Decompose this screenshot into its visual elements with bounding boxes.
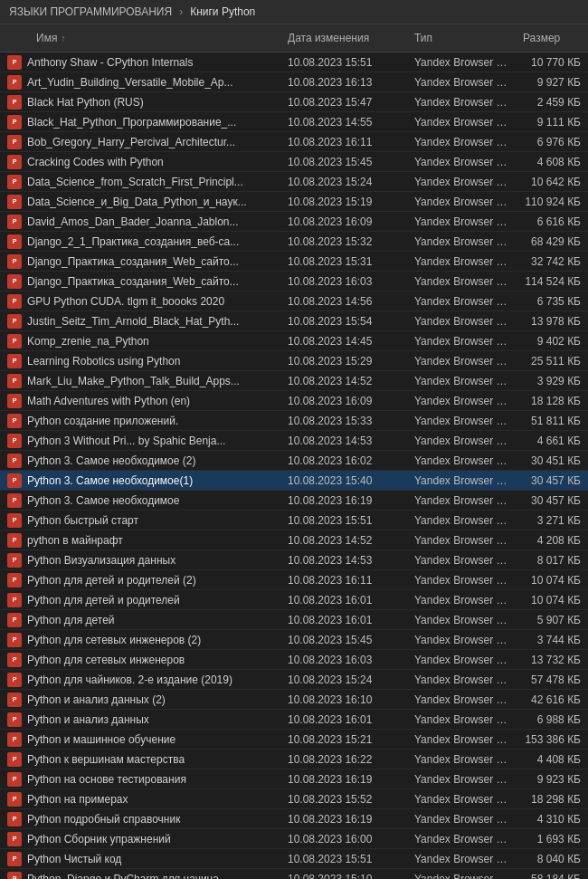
file-name-cell: PPython и машинное обучение [0,731,280,749]
table-row[interactable]: PPython на основе тестирования10.08.2023… [0,769,588,789]
file-list-container: Имя ↑ Дата изменения Тип Размер PAnthony… [0,24,588,879]
table-row[interactable]: PPython Визуализация данных10.08.2023 14… [0,550,588,570]
table-row[interactable]: PPython для сетевых инженеров10.08.2023 … [0,650,588,670]
file-name-cell: PPython 3. Самое необходимое(1) [0,472,280,490]
header-date[interactable]: Дата изменения [280,28,407,48]
file-type: Yandex Browser P... [407,114,516,130]
table-row[interactable]: PBlack Hat Python (RUS)10.08.2023 15:47Y… [0,92,588,112]
table-row[interactable]: PPython для сетевых инженеров (2)10.08.2… [0,630,588,650]
file-type: Yandex Browser P... [407,851,516,867]
pdf-icon: P [7,493,22,508]
file-type: Yandex Browser P... [407,552,516,568]
pdf-icon: P [7,274,22,289]
file-name: Python к вершинам мастерства [27,753,185,766]
file-date: 10.08.2023 15:52 [280,791,407,807]
file-name: Python подробный справочник [27,813,180,826]
file-type: Yandex Browser P... [407,512,516,529]
pdf-icon: P [7,712,22,727]
file-name: Python и анализ данных [27,713,149,726]
table-row[interactable]: PDjango_2_1_Практика_создания_веб-са...1… [0,232,588,252]
table-row[interactable]: PData_Science_from_Scratch_First_Princip… [0,172,588,192]
table-row[interactable]: PArt_Yudin_Building_Versatile_Mobile_Ap.… [0,72,588,92]
file-date: 10.08.2023 15:31 [280,253,407,270]
table-row[interactable]: PPython Чистый код10.08.2023 15:51Yandex… [0,849,588,869]
header-name[interactable]: Имя ↑ [0,28,280,48]
table-row[interactable]: PPython Сборник упражнений10.08.2023 16:… [0,829,588,849]
file-size: 10 770 КБ [516,54,588,71]
table-row[interactable]: PPython и анализ данных10.08.2023 16:01Y… [0,710,588,730]
table-row[interactable]: PPython подробный справочник10.08.2023 1… [0,809,588,829]
table-row[interactable]: PPython 3. Самое необходимое10.08.2023 1… [0,491,588,511]
file-type: Yandex Browser P... [407,592,516,608]
file-type: Yandex Browser P... [407,453,516,469]
file-type: Yandex Browser P... [407,492,516,509]
pdf-icon: P [7,852,22,866]
file-size: 4 208 КБ [516,532,588,549]
table-row[interactable]: PCracking Codes with Python10.08.2023 15… [0,152,588,172]
table-row[interactable]: PPython к вершинам мастерства10.08.2023 … [0,750,588,769]
table-row[interactable]: PKomp_zrenie_na_Python10.08.2023 14:45Ya… [0,331,588,351]
file-type: Yandex Browser P... [407,572,516,588]
table-row[interactable]: PPython для детей10.08.2023 16:01Yandex … [0,610,588,630]
breadcrumb-parent[interactable]: ЯЗЫКИ ПРОГРАММИРОВАНИЯ [9,5,172,18]
sort-arrow-icon: ↑ [61,33,65,43]
file-size: 13 978 КБ [516,313,588,330]
file-name-cell: PArt_Yudin_Building_Versatile_Mobile_Ap.… [0,73,280,91]
file-date: 10.08.2023 16:01 [280,712,407,728]
file-date: 10.08.2023 15:10 [280,871,407,880]
file-size: 32 742 КБ [516,253,588,270]
pdf-icon: P [7,812,22,826]
file-date: 10.08.2023 16:02 [280,453,407,469]
file-name: Mark_Liu_Make_Python_Talk_Build_Apps... [27,375,240,387]
table-row[interactable]: PDavid_Amos_Dan_Bader_Joanna_Jablon...10… [0,212,588,232]
table-row[interactable]: PAnthony Shaw - CPython Internals10.08.2… [0,53,588,72]
table-row[interactable]: PBob_Gregory_Harry_Percival_Architectur.… [0,132,588,152]
table-row[interactable]: PPython 3. Самое необходимое(1)10.08.202… [0,471,588,491]
table-row[interactable]: PPython для детей и родителей (2)10.08.2… [0,570,588,590]
table-row[interactable]: Ppython в майнрафт10.08.2023 14:52Yandex… [0,530,588,550]
table-row[interactable]: PPython 3 Without Pri... by Spahic Benja… [0,431,588,451]
pdf-icon: P [7,374,22,388]
table-row[interactable]: PPython 3. Самое необходимое (2)10.08.20… [0,451,588,471]
file-type: Yandex Browser P... [407,692,516,708]
table-row[interactable]: PBlack_Hat_Python_Программирование_...10… [0,112,588,132]
file-size: 153 386 КБ [516,731,588,748]
table-row[interactable]: PMath Adventures with Python (en)10.08.2… [0,391,588,411]
table-row[interactable]: PDjango_Практика_создания_Web_сайто...10… [0,252,588,272]
table-row[interactable]: PPython и машинное обучение10.08.2023 15… [0,730,588,750]
table-row[interactable]: PData_Science_и_Big_Data_Python_и_наук..… [0,192,588,212]
file-size: 18 298 КБ [516,791,588,807]
table-row[interactable]: PPython и анализ данных (2)10.08.2023 16… [0,690,588,710]
table-row[interactable]: PPython быстрый старт10.08.2023 15:51Yan… [0,511,588,530]
file-name: Python для чайников. 2-е издание (2019) [27,674,232,686]
table-row[interactable]: PPython для детей и родителей10.08.2023 … [0,590,588,610]
file-name: Python для сетевых инженеров (2) [27,634,201,646]
file-name: Bob_Gregory_Harry_Percival_Architectur..… [27,136,235,148]
file-date: 10.08.2023 15:51 [280,54,407,71]
file-date: 10.08.2023 15:45 [280,154,407,170]
file-size: 30 451 КБ [516,453,588,469]
file-type: Yandex Browser P... [407,771,516,788]
table-row[interactable]: PLearning Robotics using Python10.08.202… [0,351,588,371]
header-size[interactable]: Размер [516,28,588,48]
file-type: Yandex Browser P... [407,652,516,668]
file-name-cell: Ppython в майнрафт [0,531,280,549]
table-row[interactable]: PPython для чайников. 2-е издание (2019)… [0,670,588,690]
file-date: 10.08.2023 15:45 [280,632,407,648]
table-row[interactable]: PPython на примерах10.08.2023 15:52Yande… [0,789,588,809]
file-size: 13 732 КБ [516,652,588,668]
file-name-cell: PAnthony Shaw - CPython Internals [0,53,280,72]
file-name: Python Сборник упражнений [27,833,171,846]
table-row[interactable]: PDjango_Практика_создания_Web_сайто...10… [0,272,588,291]
file-type: Yandex Browser P... [407,333,516,349]
file-name-cell: PPython Сборник упражнений [0,830,280,848]
table-row[interactable]: PPython создание приложений.10.08.2023 1… [0,411,588,431]
pdf-icon: P [7,732,22,747]
table-row[interactable]: PPython, Django и PyCharm для начина...1… [0,869,588,879]
table-row[interactable]: PMark_Liu_Make_Python_Talk_Build_Apps...… [0,371,588,391]
file-date: 10.08.2023 16:19 [280,811,407,827]
table-row[interactable]: PGPU Python CUDA. tlgm it_boooks 202010.… [0,291,588,311]
file-date: 10.08.2023 15:54 [280,313,407,330]
header-type[interactable]: Тип [407,28,516,48]
table-row[interactable]: PJustin_Seitz_Tim_Arnold_Black_Hat_Pyth.… [0,311,588,331]
